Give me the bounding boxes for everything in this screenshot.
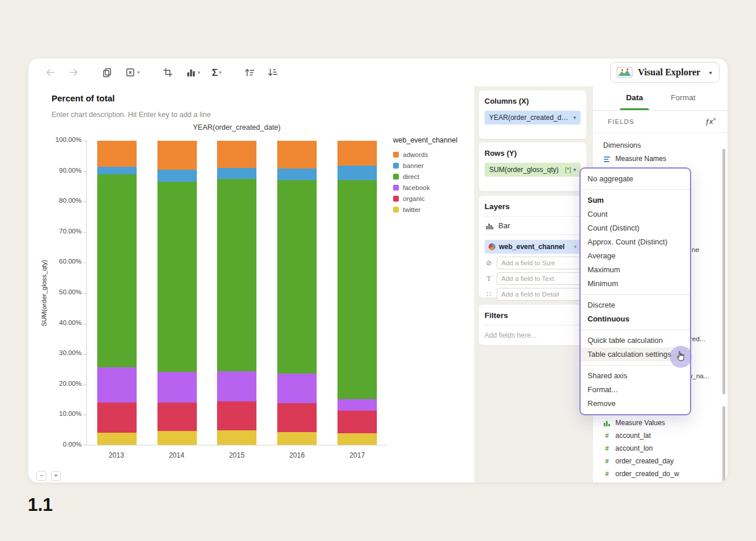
bar-segment-twitter[interactable] — [157, 431, 197, 445]
bar-slot — [147, 141, 207, 445]
bar-segment-organic[interactable] — [157, 403, 197, 432]
bar-segment-organic[interactable] — [337, 411, 377, 433]
measures-scrollbar[interactable] — [722, 406, 725, 481]
legend-swatch-icon — [393, 152, 399, 158]
field-item-order-created-do-w[interactable]: #order_created_do_w — [603, 467, 720, 480]
field-label: order_created_do_w — [615, 470, 679, 478]
menu-item-count-distinct-[interactable]: Count (Distinct) — [581, 221, 690, 235]
bar-segment-direct[interactable] — [217, 179, 256, 371]
sort-descending-button[interactable] — [265, 64, 281, 81]
legend-item[interactable]: organic — [393, 195, 472, 202]
bar-segment-twitter[interactable] — [97, 433, 137, 445]
bar-segment-organic[interactable] — [97, 403, 137, 433]
legend-swatch-icon — [393, 163, 399, 169]
field-item-account-lon[interactable]: #account_lon — [603, 442, 720, 455]
bar-segment-facebook[interactable] — [97, 367, 137, 402]
menu-item-average[interactable]: Average — [581, 249, 690, 263]
bar-segment-adwords[interactable] — [217, 141, 256, 168]
text-drop-target[interactable]: Add a field to Text — [497, 272, 581, 285]
duplicate-chart-button[interactable] — [99, 64, 115, 81]
stacked-bar[interactable] — [97, 141, 137, 445]
menu-item-discrete[interactable]: Discrete — [581, 298, 690, 312]
bar-segment-adwords[interactable] — [97, 141, 137, 167]
menu-item-continuous[interactable]: Continuous — [581, 312, 690, 326]
bar-segment-banner[interactable] — [337, 166, 377, 180]
stacked-bar[interactable] — [217, 141, 256, 445]
swap-axes-button[interactable] — [160, 64, 176, 81]
tab-data[interactable]: Data — [625, 86, 644, 110]
create-calculation-button[interactable]: ƒx+ — [705, 116, 716, 126]
chart-type-button[interactable]: ▾ — [183, 64, 203, 81]
y-axis-tick-label: 10.00% — [43, 410, 82, 417]
forward-button[interactable] — [65, 64, 82, 81]
bar-segment-banner[interactable] — [157, 170, 197, 182]
mark-type-row[interactable]: Bar — [485, 217, 581, 235]
legend-swatch-icon — [393, 196, 399, 202]
y-axis-tick-label: 60.00% — [43, 258, 82, 265]
menu-item-count[interactable]: Count — [581, 207, 690, 221]
remove-chart-button[interactable]: ▾ — [122, 64, 142, 81]
bar-segment-direct[interactable] — [337, 180, 377, 399]
bar-segment-facebook[interactable] — [277, 374, 317, 403]
stacked-bar[interactable] — [337, 141, 377, 445]
legend-item[interactable]: adwords — [393, 151, 472, 158]
stacked-bar[interactable] — [157, 141, 197, 445]
bar-segment-adwords[interactable] — [337, 141, 377, 166]
legend-item[interactable]: banner — [393, 162, 472, 169]
field-item-order-created-day[interactable]: #order_created_day — [603, 455, 720, 467]
visual-explorer-button[interactable]: Visual Explorer ▾ — [610, 62, 720, 83]
number-icon: # — [603, 445, 611, 452]
menu-item-remove[interactable]: Remove — [581, 397, 690, 411]
bar-segment-facebook[interactable] — [337, 399, 377, 411]
bar-segment-banner[interactable] — [97, 167, 137, 174]
bar-segment-adwords[interactable] — [277, 141, 317, 169]
color-field-pill[interactable]: web_event_channel ▾ — [485, 240, 581, 254]
field-item-measure-values[interactable]: Measure Values — [603, 416, 720, 429]
text-drop-row: T Add a field to Text — [485, 272, 581, 285]
bar-segment-adwords[interactable] — [157, 141, 197, 170]
bar-segment-direct[interactable] — [97, 174, 137, 367]
chart-title[interactable]: Percent of total — [52, 93, 115, 103]
stacked-bar[interactable] — [277, 141, 317, 445]
aggregate-button[interactable]: Σ ▾ — [210, 64, 224, 81]
zoom-in-button[interactable]: + — [51, 471, 61, 481]
size-drop-target[interactable]: Add a field to Size — [497, 257, 581, 269]
zoom-out-button[interactable]: − — [36, 471, 46, 481]
tab-format[interactable]: Format — [670, 86, 697, 110]
chart-description-placeholder[interactable]: Enter chart description. Hit Enter key t… — [52, 111, 211, 119]
legend-item[interactable]: twitter — [393, 206, 472, 213]
bar-segment-banner[interactable] — [277, 169, 317, 180]
field-item-measure-names[interactable]: Measure Names — [603, 152, 720, 165]
menu-item-sum[interactable]: Sum — [581, 193, 690, 207]
menu-item-approx-count-distinct-[interactable]: Approx. Count (Distinct) — [581, 235, 690, 249]
bar-segment-twitter[interactable] — [217, 430, 256, 445]
filters-drop-target[interactable]: Add fields here... — [485, 331, 581, 339]
menu-item-no-aggregate[interactable]: No aggregate — [581, 172, 690, 186]
menu-item-format-[interactable]: Format... — [581, 383, 690, 397]
page: ▾ ▾ Σ ▾ — [0, 0, 756, 541]
bar-segment-organic[interactable] — [277, 403, 317, 432]
menu-item-minimum[interactable]: Minimum — [581, 277, 690, 291]
menu-item-quick-table-calculation[interactable]: Quick table calculation — [581, 334, 690, 348]
legend-item[interactable]: direct — [393, 173, 472, 180]
legend-item[interactable]: facebook — [393, 184, 472, 191]
back-button[interactable] — [42, 64, 58, 81]
y-axis-tick-mark — [83, 385, 87, 385]
bar-segment-direct[interactable] — [277, 180, 317, 373]
fields-scrollbar[interactable] — [722, 149, 725, 394]
bar-segment-organic[interactable] — [217, 401, 256, 430]
menu-item-maximum[interactable]: Maximum — [581, 263, 690, 277]
detail-drop-target[interactable]: Add a field to Detail — [497, 288, 581, 301]
bar-segment-twitter[interactable] — [337, 433, 377, 445]
field-item-account-lat[interactable]: #account_lat — [603, 429, 720, 442]
bar-segment-twitter[interactable] — [277, 432, 317, 445]
menu-item-shared-axis[interactable]: Shared axis — [581, 369, 690, 383]
bar-segment-facebook[interactable] — [217, 371, 256, 402]
sort-ascending-button[interactable] — [241, 64, 258, 81]
rows-pill[interactable]: SUM(order_gloss_qty) [*] ▾ — [485, 163, 581, 177]
legend: web_event_channel adwordsbannerdirectfac… — [393, 136, 472, 217]
bar-segment-facebook[interactable] — [157, 372, 197, 403]
bar-segment-banner[interactable] — [217, 168, 256, 178]
bar-segment-direct[interactable] — [157, 182, 197, 372]
columns-pill[interactable]: YEAR(order_created_date) ▾ — [485, 111, 581, 125]
